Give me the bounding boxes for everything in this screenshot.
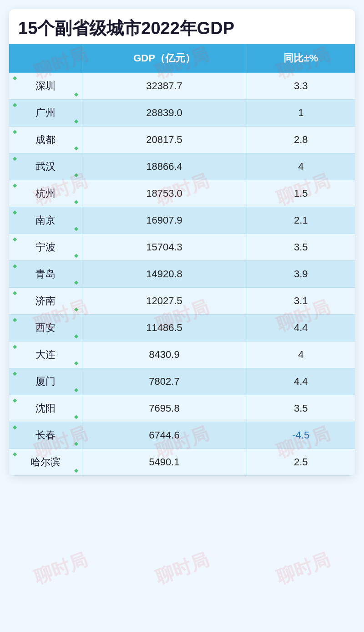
table-row: 成都20817.52.8 [9,126,355,153]
city-cell: 武汉 [9,153,82,180]
gdp-cell: 32387.7 [82,72,247,99]
yoy-cell: 2.8 [247,126,355,153]
main-container: 15个副省级城市2022年GDP GDP（亿元） 同比±% 深圳32387.73… [9,9,355,476]
yoy-cell: 1.5 [247,180,355,207]
city-cell: 厦门 [9,368,82,395]
yoy-cell: 1 [247,99,355,126]
title-area: 15个副省级城市2022年GDP [9,9,355,44]
yoy-cell: 2.5 [247,449,355,475]
gdp-cell: 15704.3 [82,234,247,260]
yoy-cell: 3.3 [247,72,355,99]
gdp-table: GDP（亿元） 同比±% 深圳32387.73.3广州28839.01成都208… [9,44,355,476]
header-city [9,44,82,72]
watermark-item: 聊时局 [0,489,139,632]
table-row: 广州28839.01 [9,99,355,126]
gdp-cell: 7695.8 [82,395,247,422]
page-title: 15个副省级城市2022年GDP [18,18,346,39]
gdp-cell: 18866.4 [82,153,247,180]
city-cell: 大连 [9,341,82,368]
table-row: 宁波15704.33.5 [9,234,355,260]
yoy-cell: 3.5 [247,395,355,422]
city-cell: 成都 [9,126,82,153]
table-row: 杭州18753.01.5 [9,180,355,207]
city-cell: 青岛 [9,260,82,287]
yoy-cell: 2.1 [247,207,355,234]
yoy-cell: 3.9 [247,260,355,287]
gdp-cell: 20817.5 [82,126,247,153]
city-cell: 沈阳 [9,395,82,422]
city-cell: 深圳 [9,72,82,99]
table-row: 青岛14920.83.9 [9,260,355,287]
gdp-cell: 14920.8 [82,260,247,287]
gdp-cell: 18753.0 [82,180,247,207]
table-header: GDP（亿元） 同比±% [9,44,355,72]
watermark-item: 聊时局 [225,489,364,632]
yoy-cell: 4 [247,341,355,368]
city-cell: 杭州 [9,180,82,207]
yoy-cell: -4.5 [247,422,355,449]
city-cell: 西安 [9,314,82,341]
city-cell: 宁波 [9,234,82,260]
table-row: 济南12027.53.1 [9,287,355,314]
table-row: 西安11486.54.4 [9,314,355,341]
gdp-cell: 7802.7 [82,368,247,395]
city-cell: 长春 [9,422,82,449]
city-cell: 广州 [9,99,82,126]
table-row: 武汉18866.44 [9,153,355,180]
gdp-cell: 16907.9 [82,207,247,234]
table-row: 大连8430.94 [9,341,355,368]
table-row: 沈阳7695.83.5 [9,395,355,422]
table-body: 深圳32387.73.3广州28839.01成都20817.52.8武汉1886… [9,72,355,475]
header-yoy: 同比±% [247,44,355,72]
table-row: 哈尔滨5490.12.5 [9,449,355,475]
yoy-cell: 4.4 [247,368,355,395]
gdp-cell: 8430.9 [82,341,247,368]
yoy-cell: 3.1 [247,287,355,314]
city-cell: 哈尔滨 [9,449,82,475]
table-row: 厦门7802.74.4 [9,368,355,395]
table-row: 南京16907.92.1 [9,207,355,234]
yoy-cell: 4.4 [247,314,355,341]
yoy-cell: 4 [247,153,355,180]
gdp-cell: 12027.5 [82,287,247,314]
city-cell: 济南 [9,287,82,314]
watermark-item: 聊时局 [103,489,261,632]
yoy-cell: 3.5 [247,234,355,260]
gdp-cell: 5490.1 [82,449,247,475]
gdp-cell: 28839.0 [82,99,247,126]
table-row: 深圳32387.73.3 [9,72,355,99]
gdp-cell: 6744.6 [82,422,247,449]
table-row: 长春6744.6-4.5 [9,422,355,449]
header-gdp: GDP（亿元） [82,44,247,72]
gdp-cell: 11486.5 [82,314,247,341]
city-cell: 南京 [9,207,82,234]
